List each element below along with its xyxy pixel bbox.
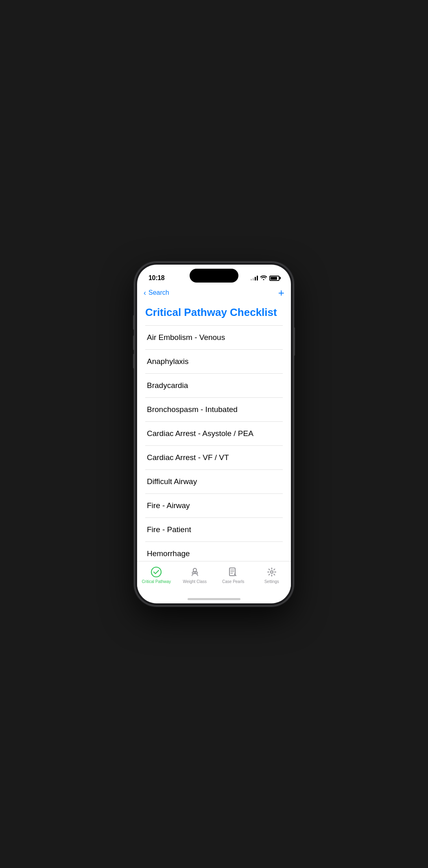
list-item[interactable]: Cardiac Arrest - VF / VT (145, 446, 283, 469)
nav-bar: ‹ Search + (137, 286, 291, 301)
tab-bar: Critical Pathway Weight Class (137, 561, 291, 594)
list-item[interactable]: Bradycardia (145, 374, 283, 397)
tab-weight-class-label: Weight Class (183, 579, 207, 584)
list-item[interactable]: Air Embolism - Venous (145, 326, 283, 349)
weight-class-icon (189, 566, 201, 578)
back-label: Search (148, 289, 169, 296)
list-item[interactable]: Difficult Airway (145, 470, 283, 493)
list-item[interactable]: Anaphylaxis (145, 350, 283, 373)
svg-point-5 (271, 571, 273, 573)
tab-case-pearls-label: Case Pearls (222, 579, 244, 584)
svg-point-1 (193, 568, 197, 572)
signal-bar-3 (255, 277, 256, 281)
back-button[interactable]: ‹ Search (144, 289, 169, 297)
tab-settings[interactable]: Settings (253, 565, 291, 585)
list-item[interactable]: Bronchospasm - Intubated (145, 398, 283, 421)
add-button[interactable]: + (278, 287, 284, 298)
battery-icon (269, 276, 280, 281)
main-content: Critical Pathway Checklist Air Embolism … (137, 301, 291, 561)
back-chevron-icon: ‹ (144, 289, 146, 297)
dynamic-island (190, 269, 238, 283)
status-icons (251, 275, 280, 281)
phone-screen: 10:18 (137, 265, 291, 603)
tab-critical-pathway-label: Critical Pathway (142, 579, 171, 584)
phone-frame: 10:18 (135, 262, 293, 606)
signal-bar-4 (257, 276, 258, 281)
home-bar (188, 598, 240, 600)
tab-weight-class[interactable]: Weight Class (176, 565, 214, 585)
case-pearls-icon (227, 566, 239, 578)
tab-settings-label: Settings (264, 579, 279, 584)
tab-critical-pathway[interactable]: Critical Pathway (137, 565, 176, 585)
settings-icon (266, 566, 277, 578)
status-bar: 10:18 (137, 265, 291, 286)
list-item[interactable]: Cardiac Arrest - Asystole / PEA (145, 422, 283, 445)
tab-case-pearls[interactable]: Case Pearls (214, 565, 253, 585)
signal-bar-1 (251, 279, 252, 281)
home-indicator (137, 594, 291, 603)
list-item[interactable]: Fire - Airway (145, 494, 283, 517)
page-title: Critical Pathway Checklist (145, 301, 283, 325)
list-item[interactable]: Fire - Patient (145, 518, 283, 541)
list-item[interactable]: Hemorrhage (145, 542, 283, 561)
svg-point-0 (151, 567, 161, 577)
checklist-list: Air Embolism - VenousAnaphylaxisBradycar… (145, 326, 283, 561)
signal-icon (251, 276, 258, 281)
signal-bar-2 (253, 278, 254, 281)
wifi-icon (260, 275, 267, 281)
battery-fill (271, 277, 277, 280)
critical-pathway-icon (151, 566, 162, 578)
status-time: 10:18 (148, 274, 164, 282)
